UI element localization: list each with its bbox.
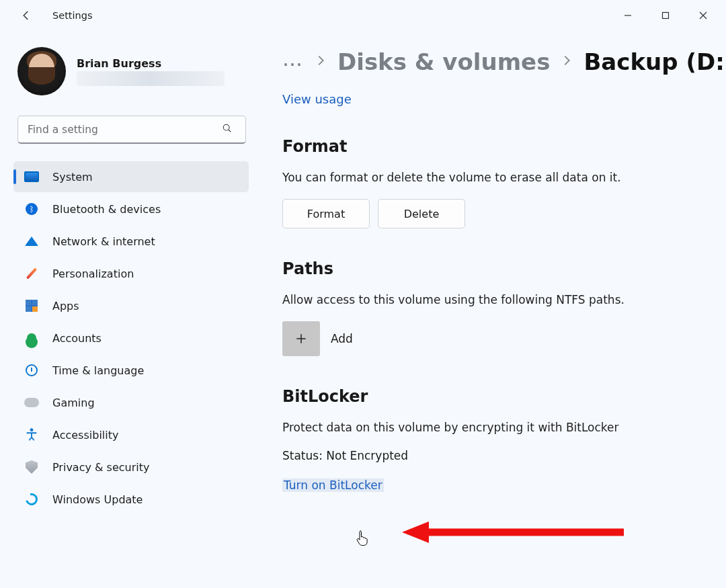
add-path-label: Add: [331, 332, 353, 345]
sidebar-item-time[interactable]: Time & language: [13, 355, 249, 386]
chevron-right-icon: [313, 53, 328, 71]
sidebar-item-bluetooth[interactable]: ᛒ Bluetooth & devices: [13, 194, 249, 224]
format-button[interactable]: Format: [282, 199, 370, 228]
bluetooth-icon: ᛒ: [24, 202, 39, 216]
person-icon: [24, 331, 39, 345]
nav-list: System ᛒ Bluetooth & devices Network & i…: [13, 161, 249, 515]
sidebar-item-accounts[interactable]: Accounts: [13, 323, 249, 353]
svg-point-1: [223, 124, 229, 130]
sidebar: Brian Burgess System ᛒ Bluetooth & devic…: [0, 31, 255, 588]
search-input[interactable]: [17, 116, 246, 144]
sidebar-item-label: Bluetooth & devices: [52, 203, 161, 216]
svg-rect-0: [663, 13, 669, 19]
paths-heading: Paths: [282, 259, 726, 278]
sidebar-item-network[interactable]: Network & internet: [13, 226, 249, 257]
sidebar-item-label: Network & internet: [52, 235, 155, 248]
content-pane: … Disks & volumes Backup (D:) View usage…: [255, 31, 726, 588]
bitlocker-description: Protect data on this volume by encryptin…: [282, 421, 726, 434]
sidebar-item-label: Apps: [52, 300, 79, 312]
sidebar-item-gaming[interactable]: Gaming: [13, 387, 249, 418]
close-button[interactable]: [684, 2, 722, 29]
sidebar-item-update[interactable]: Windows Update: [13, 484, 249, 515]
format-description: You can format or delete the volume to e…: [282, 171, 726, 184]
sidebar-item-privacy[interactable]: Privacy & security: [13, 452, 249, 482]
sidebar-item-personalization[interactable]: Personalization: [13, 258, 249, 289]
sidebar-item-label: Time & language: [52, 364, 144, 377]
apps-icon: [24, 298, 39, 313]
sidebar-item-label: Personalization: [52, 267, 134, 280]
add-path-button[interactable]: [282, 321, 320, 356]
sidebar-item-label: Gaming: [52, 396, 95, 409]
avatar: [17, 47, 66, 95]
gamepad-icon: [24, 395, 39, 410]
sidebar-item-label: Accounts: [52, 332, 102, 345]
display-icon: [24, 169, 39, 184]
chevron-right-icon: [559, 53, 574, 71]
breadcrumb-current: Backup (D:): [583, 48, 726, 75]
sidebar-item-accessibility[interactable]: Accessibility: [13, 419, 249, 450]
svg-point-2: [30, 429, 33, 431]
sidebar-item-label: System: [52, 171, 93, 183]
sidebar-item-label: Privacy & security: [52, 461, 149, 474]
title-bar: Settings: [0, 0, 726, 31]
maximize-button[interactable]: [647, 2, 684, 29]
shield-icon: [24, 460, 39, 474]
search-wrap: [17, 116, 243, 144]
delete-button[interactable]: Delete: [378, 199, 465, 228]
breadcrumb-parent[interactable]: Disks & volumes: [337, 48, 550, 75]
user-card[interactable]: Brian Burgess: [17, 47, 243, 95]
bitlocker-heading: BitLocker: [282, 387, 726, 406]
sidebar-item-system[interactable]: System: [13, 161, 249, 192]
turn-on-bitlocker-link[interactable]: Turn on BitLocker: [282, 478, 384, 492]
update-icon: [24, 492, 39, 507]
wifi-icon: [24, 234, 39, 249]
app-title: Settings: [52, 10, 92, 21]
view-usage-link[interactable]: View usage: [282, 92, 352, 106]
sidebar-item-label: Windows Update: [52, 493, 143, 506]
paths-description: Allow access to this volume using the fo…: [282, 293, 726, 306]
breadcrumb-more[interactable]: …: [282, 47, 304, 76]
plus-icon: [294, 332, 308, 345]
accessibility-icon: [24, 427, 39, 442]
format-heading: Format: [282, 137, 726, 156]
back-button[interactable]: [13, 3, 39, 28]
search-icon: [222, 123, 233, 136]
user-email-redacted: [77, 71, 225, 86]
bitlocker-status: Status: Not Encrypted: [282, 449, 726, 462]
paintbrush-icon: [24, 266, 39, 281]
sidebar-item-label: Accessibility: [52, 429, 118, 442]
breadcrumb: … Disks & volumes Backup (D:): [282, 31, 726, 76]
minimize-button[interactable]: [609, 2, 647, 29]
user-name: Brian Burgess: [77, 57, 225, 70]
clock-icon: [24, 363, 39, 378]
sidebar-item-apps[interactable]: Apps: [13, 290, 249, 321]
